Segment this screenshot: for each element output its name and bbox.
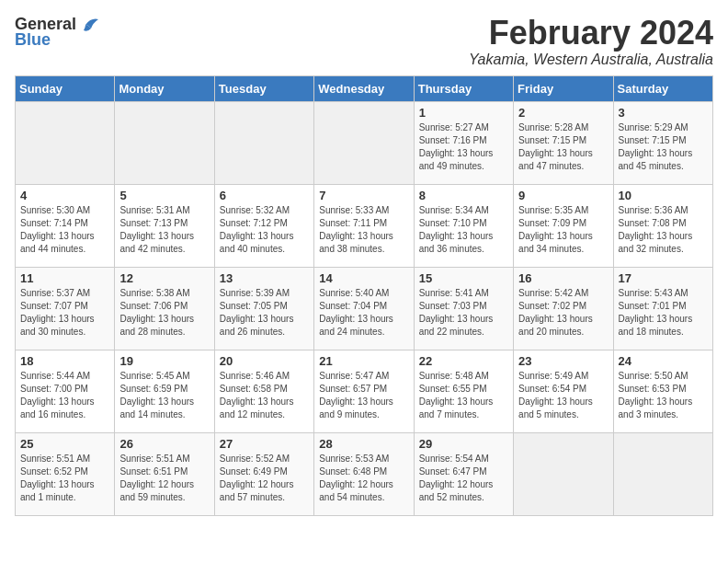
day-number: 16: [518, 271, 608, 285]
calendar-cell: 9Sunrise: 5:35 AM Sunset: 7:09 PM Daylig…: [514, 184, 613, 267]
day-info: Sunrise: 5:48 AM Sunset: 6:55 PM Dayligh…: [419, 370, 508, 421]
day-info: Sunrise: 5:41 AM Sunset: 7:03 PM Dayligh…: [419, 287, 508, 339]
weekday-header-sunday: Sunday: [16, 75, 115, 101]
day-info: Sunrise: 5:45 AM Sunset: 6:59 PM Dayligh…: [119, 370, 209, 421]
day-number: 24: [619, 354, 708, 368]
day-info: Sunrise: 5:39 AM Sunset: 7:05 PM Dayligh…: [220, 287, 309, 339]
calendar-cell: 10Sunrise: 5:36 AM Sunset: 7:08 PM Dayli…: [613, 184, 712, 267]
calendar-week-row: 18Sunrise: 5:44 AM Sunset: 7:00 PM Dayli…: [16, 350, 713, 432]
day-number: 28: [319, 437, 408, 451]
day-number: 11: [20, 271, 109, 285]
calendar-week-row: 25Sunrise: 5:51 AM Sunset: 6:52 PM Dayli…: [16, 432, 713, 515]
calendar-cell: 11Sunrise: 5:37 AM Sunset: 7:07 PM Dayli…: [16, 267, 115, 350]
calendar-week-row: 4Sunrise: 5:30 AM Sunset: 7:14 PM Daylig…: [16, 184, 713, 267]
day-number: 19: [119, 354, 209, 368]
weekday-header-tuesday: Tuesday: [214, 75, 313, 101]
day-number: 12: [119, 271, 209, 285]
calendar-cell: 19Sunrise: 5:45 AM Sunset: 6:59 PM Dayli…: [115, 350, 214, 432]
day-number: 7: [319, 189, 408, 202]
day-number: 17: [619, 271, 708, 285]
day-number: 10: [619, 189, 708, 202]
day-info: Sunrise: 5:49 AM Sunset: 6:54 PM Dayligh…: [518, 370, 608, 421]
calendar-cell: 17Sunrise: 5:43 AM Sunset: 7:01 PM Dayli…: [613, 267, 712, 350]
day-number: 21: [319, 354, 408, 368]
calendar-cell: 12Sunrise: 5:38 AM Sunset: 7:06 PM Dayli…: [115, 267, 214, 350]
day-info: Sunrise: 5:38 AM Sunset: 7:06 PM Dayligh…: [119, 287, 209, 339]
day-number: 6: [220, 189, 309, 202]
logo: General Blue: [15, 15, 98, 50]
calendar-cell: 24Sunrise: 5:50 AM Sunset: 6:53 PM Dayli…: [613, 350, 712, 432]
title-block: February 2024 Yakamia, Western Australia…: [469, 15, 713, 68]
day-info: Sunrise: 5:42 AM Sunset: 7:02 PM Dayligh…: [518, 287, 608, 339]
weekday-header-monday: Monday: [115, 75, 214, 101]
day-number: 20: [220, 354, 309, 368]
calendar-cell: 14Sunrise: 5:40 AM Sunset: 7:04 PM Dayli…: [314, 267, 414, 350]
calendar-cell: 15Sunrise: 5:41 AM Sunset: 7:03 PM Dayli…: [414, 267, 513, 350]
calendar-cell: 3Sunrise: 5:29 AM Sunset: 7:15 PM Daylig…: [613, 101, 712, 184]
day-info: Sunrise: 5:32 AM Sunset: 7:12 PM Dayligh…: [220, 204, 309, 256]
location-subtitle: Yakamia, Western Australia, Australia: [469, 52, 713, 68]
day-number: 26: [119, 437, 209, 451]
weekday-header-thursday: Thursday: [414, 75, 513, 101]
day-info: Sunrise: 5:27 AM Sunset: 7:16 PM Dayligh…: [419, 121, 508, 173]
calendar-cell: 21Sunrise: 5:47 AM Sunset: 6:57 PM Dayli…: [314, 350, 414, 432]
calendar-week-row: 1Sunrise: 5:27 AM Sunset: 7:16 PM Daylig…: [16, 101, 713, 184]
day-info: Sunrise: 5:36 AM Sunset: 7:08 PM Dayligh…: [619, 204, 708, 256]
day-info: Sunrise: 5:46 AM Sunset: 6:58 PM Dayligh…: [220, 370, 309, 421]
day-number: 22: [419, 354, 508, 368]
day-info: Sunrise: 5:31 AM Sunset: 7:13 PM Dayligh…: [119, 204, 209, 256]
calendar-cell: 22Sunrise: 5:48 AM Sunset: 6:55 PM Dayli…: [414, 350, 513, 432]
day-info: Sunrise: 5:40 AM Sunset: 7:04 PM Dayligh…: [319, 287, 408, 339]
calendar-cell: 26Sunrise: 5:51 AM Sunset: 6:51 PM Dayli…: [115, 432, 214, 515]
day-number: 27: [220, 437, 309, 451]
day-number: 3: [619, 106, 708, 120]
calendar-cell: 18Sunrise: 5:44 AM Sunset: 7:00 PM Dayli…: [16, 350, 115, 432]
day-number: 25: [20, 437, 109, 451]
day-number: 23: [518, 354, 608, 368]
day-number: 2: [518, 106, 608, 120]
day-info: Sunrise: 5:53 AM Sunset: 6:48 PM Dayligh…: [319, 453, 408, 504]
day-number: 8: [419, 189, 508, 202]
month-year-title: February 2024: [469, 15, 713, 52]
day-info: Sunrise: 5:43 AM Sunset: 7:01 PM Dayligh…: [619, 287, 708, 339]
calendar-cell: [16, 101, 115, 184]
calendar-cell: 20Sunrise: 5:46 AM Sunset: 6:58 PM Dayli…: [214, 350, 313, 432]
weekday-header-friday: Friday: [514, 75, 613, 101]
day-info: Sunrise: 5:34 AM Sunset: 7:10 PM Dayligh…: [419, 204, 508, 256]
calendar-cell: [214, 101, 313, 184]
day-info: Sunrise: 5:35 AM Sunset: 7:09 PM Dayligh…: [518, 204, 608, 256]
logo-bird-icon: [78, 16, 98, 34]
weekday-header-saturday: Saturday: [613, 75, 712, 101]
day-info: Sunrise: 5:28 AM Sunset: 7:15 PM Dayligh…: [518, 121, 608, 173]
calendar-cell: 2Sunrise: 5:28 AM Sunset: 7:15 PM Daylig…: [514, 101, 613, 184]
calendar-cell: 8Sunrise: 5:34 AM Sunset: 7:10 PM Daylig…: [414, 184, 513, 267]
day-info: Sunrise: 5:51 AM Sunset: 6:51 PM Dayligh…: [119, 453, 209, 504]
calendar-table: SundayMondayTuesdayWednesdayThursdayFrid…: [15, 75, 713, 516]
day-number: 14: [319, 271, 408, 285]
calendar-cell: 4Sunrise: 5:30 AM Sunset: 7:14 PM Daylig…: [16, 184, 115, 267]
calendar-cell: 13Sunrise: 5:39 AM Sunset: 7:05 PM Dayli…: [214, 267, 313, 350]
day-info: Sunrise: 5:33 AM Sunset: 7:11 PM Dayligh…: [319, 204, 408, 256]
calendar-cell: 16Sunrise: 5:42 AM Sunset: 7:02 PM Dayli…: [514, 267, 613, 350]
calendar-cell: 6Sunrise: 5:32 AM Sunset: 7:12 PM Daylig…: [214, 184, 313, 267]
calendar-cell: 1Sunrise: 5:27 AM Sunset: 7:16 PM Daylig…: [414, 101, 513, 184]
logo-blue-text: Blue: [15, 30, 51, 50]
calendar-cell: 29Sunrise: 5:54 AM Sunset: 6:47 PM Dayli…: [414, 432, 513, 515]
day-info: Sunrise: 5:52 AM Sunset: 6:49 PM Dayligh…: [220, 453, 309, 504]
day-number: 18: [20, 354, 109, 368]
day-number: 15: [419, 271, 508, 285]
day-info: Sunrise: 5:29 AM Sunset: 7:15 PM Dayligh…: [619, 121, 708, 173]
calendar-cell: 25Sunrise: 5:51 AM Sunset: 6:52 PM Dayli…: [16, 432, 115, 515]
day-number: 1: [419, 106, 508, 120]
day-info: Sunrise: 5:44 AM Sunset: 7:00 PM Dayligh…: [20, 370, 109, 421]
calendar-cell: [314, 101, 414, 184]
day-info: Sunrise: 5:50 AM Sunset: 6:53 PM Dayligh…: [619, 370, 708, 421]
day-info: Sunrise: 5:54 AM Sunset: 6:47 PM Dayligh…: [419, 453, 508, 504]
calendar-cell: 28Sunrise: 5:53 AM Sunset: 6:48 PM Dayli…: [314, 432, 414, 515]
day-number: 29: [419, 437, 508, 451]
day-info: Sunrise: 5:51 AM Sunset: 6:52 PM Dayligh…: [20, 453, 109, 504]
calendar-cell: [613, 432, 712, 515]
calendar-cell: [514, 432, 613, 515]
day-info: Sunrise: 5:47 AM Sunset: 6:57 PM Dayligh…: [319, 370, 408, 421]
calendar-cell: 5Sunrise: 5:31 AM Sunset: 7:13 PM Daylig…: [115, 184, 214, 267]
